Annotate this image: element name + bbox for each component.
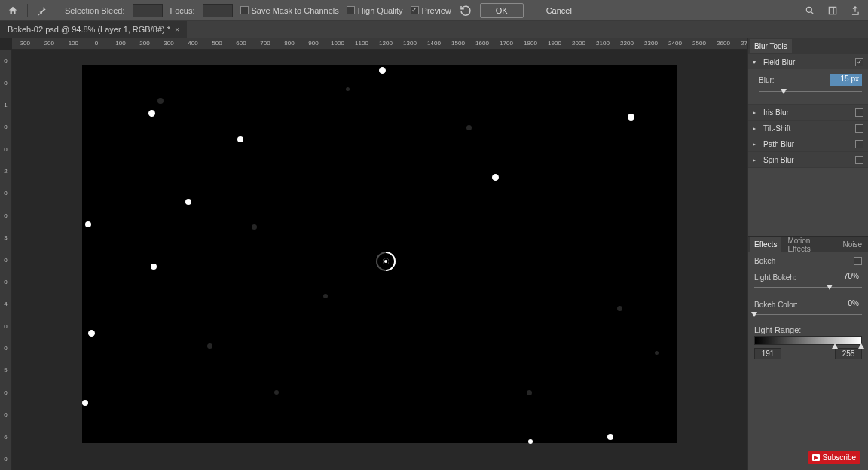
spin-blur-header[interactable]: ▸ Spin Blur <box>748 152 868 167</box>
blur-tools-tab[interactable]: Blur Tools <box>750 39 792 53</box>
cancel-button[interactable]: Cancel <box>531 3 587 18</box>
ruler-tick: 1000 <box>326 40 350 47</box>
bokeh-dot <box>82 400 88 406</box>
right-panels: Blur Tools ▾ Field Blur Blur: 15 px ▸ <box>747 38 868 470</box>
ruler-tick: 1700 <box>494 40 518 47</box>
path-blur-checkbox[interactable] <box>855 140 863 148</box>
canvas-area: -300-200-1000100200300400500600700800900… <box>0 38 747 470</box>
light-range-low[interactable]: 191 <box>754 348 781 359</box>
document-tab-label: Bokeh-02.psd @ 94.8% (Layer 1, RGB/8#) * <box>8 25 170 34</box>
blur-pin[interactable] <box>376 252 396 271</box>
document-tab[interactable]: Bokeh-02.psd @ 94.8% (Layer 1, RGB/8#) *… <box>0 21 187 38</box>
light-range-gradient[interactable] <box>754 336 862 345</box>
search-icon[interactable] <box>803 4 817 17</box>
field-blur-checkbox[interactable] <box>855 58 863 66</box>
ruler-tick: 6 <box>0 426 12 447</box>
tilt-shift-header[interactable]: ▸ Tilt-Shift <box>748 121 868 136</box>
tilt-shift-label: Tilt-Shift <box>763 124 851 133</box>
workspace-icon[interactable] <box>826 4 839 17</box>
ruler-tick: 0 <box>0 72 12 93</box>
ruler-tick: 1300 <box>398 40 422 47</box>
ruler-tick: 1100 <box>350 40 374 47</box>
bokeh-dot <box>607 434 613 440</box>
ruler-tick: -200 <box>36 40 60 47</box>
close-tab-icon[interactable]: × <box>175 25 179 34</box>
share-icon[interactable] <box>848 4 862 17</box>
focus-label: Focus: <box>170 6 195 15</box>
ruler-tick: 0 <box>0 316 12 337</box>
bokeh-dot <box>655 351 659 355</box>
ruler-tick: -300 <box>12 40 36 47</box>
ruler-tick: 5 <box>0 359 12 381</box>
spin-blur-checkbox[interactable] <box>855 156 863 164</box>
field-blur-label[interactable]: Field Blur <box>763 58 851 66</box>
ruler-tick: 2700 <box>735 40 747 47</box>
subscribe-label: Subscribe <box>823 453 856 462</box>
svg-rect-1 <box>829 7 836 14</box>
ruler-tick: 2200 <box>615 40 639 47</box>
ruler-tick: 2500 <box>687 40 711 47</box>
bokeh-dot <box>527 390 532 395</box>
chevron-right-icon: ▸ <box>753 125 759 132</box>
motion-effects-tab[interactable]: Motion Effects <box>787 237 832 253</box>
bokeh-dot <box>151 264 157 270</box>
bokeh-checkbox[interactable] <box>854 257 862 265</box>
ruler-tick: 0 <box>0 448 12 470</box>
bokeh-dot <box>323 294 328 298</box>
ruler-tick: 700 <box>253 40 277 47</box>
bokeh-dot <box>528 439 533 444</box>
ruler-tick: 2300 <box>639 40 663 47</box>
canvas[interactable] <box>82 65 677 443</box>
selection-bleed-input[interactable] <box>133 4 163 17</box>
blur-label: Blur: <box>759 76 775 84</box>
preview-checkbox[interactable]: Preview <box>411 6 451 15</box>
ruler-tick: 0 <box>0 382 12 404</box>
ruler-tick: 2600 <box>711 40 735 47</box>
bokeh-dot <box>346 87 350 91</box>
light-bokeh-label: Light Bokeh: <box>754 273 796 282</box>
light-range-label: Light Range: <box>754 325 801 334</box>
bokeh-label: Bokeh <box>754 257 775 265</box>
tilt-shift-checkbox[interactable] <box>855 124 863 133</box>
light-range-high[interactable]: 255 <box>835 348 862 359</box>
light-bokeh-value[interactable]: 70% <box>830 271 862 283</box>
ruler-tick: 1400 <box>422 40 446 47</box>
focus-input[interactable] <box>203 4 233 17</box>
ruler-tick: 400 <box>181 40 205 47</box>
ok-button[interactable]: OK <box>480 3 524 18</box>
bokeh-dot <box>628 114 634 121</box>
bokeh-color-value[interactable]: 0% <box>830 298 862 310</box>
ruler-tick: 0 <box>0 271 12 293</box>
bokeh-dot <box>379 67 386 74</box>
ruler-tick: 800 <box>277 40 301 47</box>
bokeh-dot <box>252 224 257 230</box>
save-mask-checkbox[interactable]: Save Mask to Channels <box>240 6 339 15</box>
high-quality-checkbox[interactable]: High Quality <box>347 6 403 15</box>
pin-tool-icon[interactable] <box>35 4 49 17</box>
chevron-down-icon[interactable]: ▾ <box>753 59 759 66</box>
bokeh-dot <box>617 306 622 311</box>
blur-value[interactable]: 15 px <box>830 74 862 86</box>
path-blur-header[interactable]: ▸ Path Blur <box>748 136 868 151</box>
bokeh-dot <box>466 125 472 130</box>
iris-blur-header[interactable]: ▸ Iris Blur <box>748 105 868 120</box>
ruler-tick: 2000 <box>567 40 591 47</box>
ruler-tick: 1900 <box>542 40 567 47</box>
reset-icon[interactable] <box>459 4 472 17</box>
subscribe-badge[interactable]: Subscribe <box>808 451 860 464</box>
iris-blur-label: Iris Blur <box>763 108 851 117</box>
home-icon[interactable] <box>6 4 20 17</box>
bokeh-dot <box>185 199 191 205</box>
ruler-tick: 0 <box>0 205 12 227</box>
ruler-tick: 300 <box>157 40 181 47</box>
noise-tab[interactable]: Noise <box>842 240 862 249</box>
blur-slider[interactable] <box>759 87 862 96</box>
light-bokeh-slider[interactable] <box>754 283 862 292</box>
bokeh-color-slider[interactable] <box>754 310 862 319</box>
bokeh-dot <box>207 343 212 349</box>
selection-bleed-label: Selection Bleed: <box>65 6 125 15</box>
iris-blur-checkbox[interactable] <box>855 108 863 117</box>
ruler-tick: 200 <box>133 40 157 47</box>
effects-tab[interactable]: Effects <box>750 237 781 252</box>
chevron-right-icon: ▸ <box>753 157 759 163</box>
